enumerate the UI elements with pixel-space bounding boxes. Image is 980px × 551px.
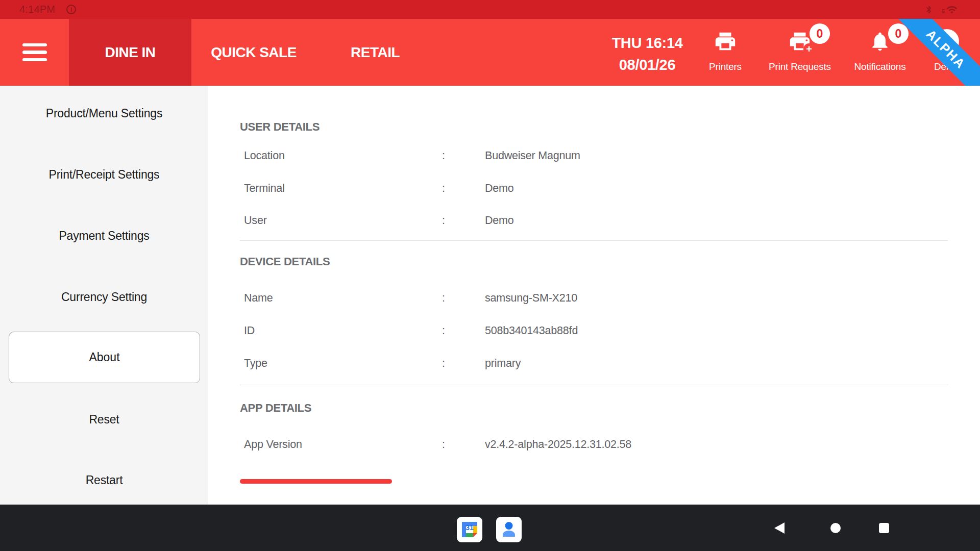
row-separator: : [442,438,445,451]
contacts-icon-art [496,517,522,542]
plus-icon: + [803,43,815,55]
print-requests-badge: 0 [810,23,830,44]
android-nav-bar: 31 [0,505,980,551]
hamburger-icon [22,43,47,47]
row-value: Budweiser Magnum [485,149,580,162]
recents-button[interactable] [879,523,889,533]
row-label: User [244,214,267,227]
tab-retail[interactable]: RETAIL [316,19,434,86]
print-requests-button[interactable]: + 0 Print Requests [756,19,843,86]
row-separator: : [442,214,445,227]
printers-label: Printers [709,61,742,72]
app-root: 4:14PM i 5 DINE IN QUICK SALE RETAIL THU… [0,0,980,551]
back-button[interactable] [774,522,785,534]
wifi-icon [945,4,959,15]
sidebar-item-restart[interactable]: Restart [86,473,123,487]
notifications-label: Notifications [854,61,906,72]
row-separator: : [442,324,445,337]
section-divider [240,385,948,385]
calendar-date-number: 31 [457,523,482,532]
app-header: DINE IN QUICK SALE RETAIL THU 16:14 08/0… [0,19,980,86]
row-separator: : [442,292,445,305]
row-separator: : [442,357,445,370]
row-label: Location [244,149,285,162]
row-value: primary [485,357,521,370]
print-requests-label: Print Requests [769,61,831,72]
settings-sidebar: Product/Menu Settings Print/Receipt Sett… [0,86,208,505]
calendar-app-icon[interactable]: 31 [457,517,482,542]
status-time: 4:14PM [19,4,55,15]
clock-date: 08/01/26 [619,56,676,73]
row-label: Name [244,292,273,305]
sidebar-item-reset[interactable]: Reset [89,413,119,427]
row-value: 508b340143ab88fd [485,324,578,337]
printers-button[interactable]: Printers [682,19,769,86]
status-icons: 5 [924,0,959,19]
section-divider [240,240,948,241]
status-bar: 4:14PM i 5 [0,0,980,19]
info-icon: i [66,5,76,14]
wifi-indicator: 5 [942,4,959,15]
home-button[interactable] [830,523,841,533]
bluetooth-icon [924,4,934,15]
section-title-user-details: USER DETAILS [240,120,320,134]
red-progress-bar [240,479,392,484]
wifi-band-label: 5 [942,8,945,14]
row-separator: : [442,182,445,195]
sidebar-item-payment-settings[interactable]: Payment Settings [59,229,149,243]
menu-button[interactable] [22,19,47,86]
sidebar-item-print-receipt-settings[interactable]: Print/Receipt Settings [49,168,160,182]
section-title-app-details: APP DETAILS [240,402,311,415]
row-label: App Version [244,438,302,451]
row-value: Demo [485,182,514,195]
clock-day-time: THU 16:14 [611,34,682,52]
section-title-device-details: DEVICE DETAILS [240,255,330,268]
row-value: samsung-SM-X210 [485,292,577,305]
sidebar-item-product-menu-settings[interactable]: Product/Menu Settings [46,107,162,120]
contacts-app-icon[interactable] [496,517,522,542]
sidebar-item-about-selected[interactable]: About [9,332,200,383]
sidebar-item-currency-setting[interactable]: Currency Setting [61,290,147,304]
tab-dine-in[interactable]: DINE IN [69,19,191,86]
row-separator: : [442,149,445,162]
about-content: USER DETAILS Location : Budweiser Magnum… [209,86,980,505]
tab-quick-sale[interactable]: QUICK SALE [191,19,316,86]
row-value: Demo [485,214,514,227]
row-label: Terminal [244,182,285,195]
row-label: Type [244,357,267,370]
row-value: v2.4.2-alpha-2025.12.31.02.58 [485,438,631,451]
row-label: ID [244,324,255,337]
printer-icon [714,30,737,53]
